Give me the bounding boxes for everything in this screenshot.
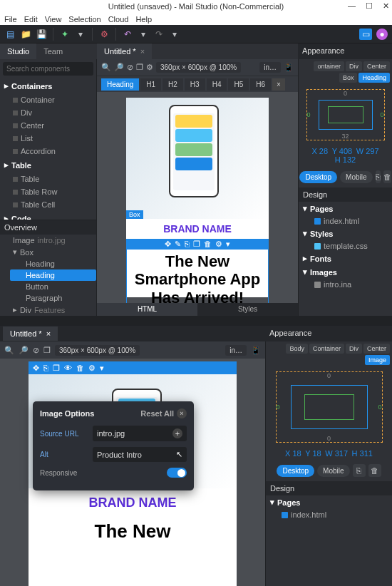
box-model[interactable]: 000 32: [299, 85, 392, 145]
tab-team[interactable]: Team: [36, 43, 70, 59]
menu-help[interactable]: Help: [135, 15, 152, 24]
open-folder-icon[interactable]: 📁: [20, 29, 31, 40]
delete-style-icon[interactable]: 🗑: [368, 464, 381, 477]
htab-h4[interactable]: H4: [207, 78, 227, 91]
tab-close-icon[interactable]: ×: [140, 47, 145, 56]
selection-toolbar[interactable]: ✥ ✎ ⎘ ❐ 🗑 ⚙ ▾: [126, 239, 269, 249]
menu-icon[interactable]: ▾: [226, 240, 230, 249]
bottom-box-model[interactable]: 0000: [266, 367, 392, 447]
bt-html[interactable]: HTML: [97, 303, 197, 316]
copy-style-icon[interactable]: ⎘: [376, 170, 381, 183]
hide-icon[interactable]: ⊘: [33, 346, 39, 355]
edit-icon[interactable]: ✎: [175, 240, 181, 249]
menu-selection[interactable]: Selection: [68, 15, 100, 24]
dropdown-icon[interactable]: ▾: [75, 29, 86, 40]
design-template[interactable]: template.css: [299, 240, 392, 252]
tree-list[interactable]: List: [0, 132, 96, 145]
brand-text[interactable]: BRAND NAME: [126, 219, 269, 239]
close-popover-icon[interactable]: ×: [177, 408, 187, 418]
add-url-icon[interactable]: +: [172, 428, 182, 438]
responsive-toggle[interactable]: [167, 468, 187, 478]
duplicate-icon[interactable]: ❐: [53, 364, 60, 373]
ov-paragraph[interactable]: Paragraph: [10, 292, 96, 304]
chip-center[interactable]: Center: [363, 344, 390, 354]
copy-icon[interactable]: ⎘: [185, 240, 190, 248]
tree-accordion[interactable]: Accordion: [0, 145, 96, 158]
chip-image[interactable]: Image: [365, 355, 390, 365]
chip-body[interactable]: Body: [286, 344, 308, 354]
ov-image[interactable]: Image intro.jpg: [10, 235, 96, 246]
design-pages[interactable]: ▾ Pages: [299, 202, 392, 215]
tree-table-row[interactable]: Table Row: [0, 185, 96, 198]
design-fonts[interactable]: ▸ Fonts: [299, 252, 392, 265]
minimize-icon[interactable]: —: [348, 1, 356, 11]
ov-heading-selected[interactable]: Heading: [10, 269, 96, 281]
ov-div[interactable]: ▸ Div Features: [10, 304, 96, 316]
design-pages[interactable]: ▾ Pages: [266, 495, 392, 509]
tree-div[interactable]: Div: [0, 106, 96, 119]
options-icon[interactable]: ⚙: [215, 240, 222, 249]
delete-icon[interactable]: 🗑: [204, 240, 212, 248]
zoom-out-icon[interactable]: 🔎: [19, 346, 29, 355]
mobile-button[interactable]: Mobile: [317, 465, 349, 477]
redo-icon[interactable]: ↷: [153, 29, 165, 40]
chip-div[interactable]: Div: [346, 344, 362, 354]
chip-box[interactable]: Box: [339, 73, 358, 83]
reset-all-button[interactable]: Reset All×: [140, 408, 187, 418]
undo-icon[interactable]: ↶: [122, 29, 133, 40]
search-box[interactable]: 🔍: [3, 62, 93, 76]
bottom-in-label[interactable]: in…: [225, 345, 247, 356]
new-file-icon[interactable]: ▤: [4, 29, 16, 40]
chip-container[interactable]: ontainer: [314, 61, 344, 71]
mobile-button[interactable]: Mobile: [340, 171, 372, 183]
tree-center[interactable]: Center: [0, 119, 96, 132]
menu-cloud[interactable]: Cloud: [108, 15, 129, 24]
bottom-heading-text[interactable]: The New: [29, 518, 237, 545]
search-input[interactable]: [6, 65, 97, 73]
design-index[interactable]: index.html: [299, 215, 392, 227]
chip-heading[interactable]: Heading: [359, 73, 390, 83]
page-preview[interactable]: Box BRAND NAME ✥ ✎ ⎘ ❐ 🗑 ⚙ ▾ The New Sma…: [126, 98, 269, 297]
ov-heading[interactable]: Heading: [10, 258, 96, 269]
delete-style-icon[interactable]: 🗑: [383, 170, 391, 183]
ov-button[interactable]: Button: [10, 281, 96, 292]
htab-h2[interactable]: H2: [163, 78, 183, 91]
design-styles[interactable]: ▾ Styles: [299, 227, 392, 240]
copy-style-icon[interactable]: ⎘: [353, 464, 366, 477]
source-url-input[interactable]: intro.jpg+: [93, 426, 187, 441]
tab-document[interactable]: Untitled *×: [97, 43, 152, 59]
tab-studio[interactable]: Studio: [0, 43, 36, 59]
bottom-selection-toolbar[interactable]: ✥ ⎘ ❐ 👁 🗑 ⚙ ▾: [29, 361, 237, 374]
alt-input[interactable]: Product Intro↖: [93, 447, 187, 462]
chip-center[interactable]: Center: [363, 61, 390, 71]
menu-view[interactable]: View: [45, 15, 62, 24]
bottom-canvas-size[interactable]: 360px × 600px @ 100%: [55, 345, 140, 356]
zoom-in-icon[interactable]: 🔍: [101, 63, 111, 72]
menu-file[interactable]: File: [4, 15, 17, 24]
tree-container[interactable]: Container: [0, 93, 96, 106]
save-icon[interactable]: 💾: [36, 29, 47, 40]
move-icon[interactable]: ✥: [33, 364, 39, 373]
delete-icon[interactable]: 🗑: [76, 364, 84, 372]
gear-icon[interactable]: ⚙: [98, 29, 110, 40]
chip-container[interactable]: Container: [309, 344, 344, 354]
wand-icon[interactable]: ✦: [59, 29, 71, 40]
layers-icon[interactable]: ❐: [136, 63, 143, 72]
desktop-button[interactable]: Desktop: [299, 171, 337, 183]
design-intro[interactable]: intro.ina: [299, 279, 392, 290]
ov-box[interactable]: ▾ Box: [10, 246, 96, 258]
heading-text[interactable]: The New Smartphone App Has Arrived!: [126, 249, 269, 303]
tree-code-header[interactable]: ▸ Code: [0, 211, 96, 220]
bottom-brand-text[interactable]: BRAND NAME: [29, 488, 237, 518]
tree-table-cell[interactable]: Table Cell: [0, 198, 96, 211]
desktop-button[interactable]: Desktop: [277, 465, 314, 477]
device-icon[interactable]: 📱: [284, 63, 294, 72]
canvas-area[interactable]: Box BRAND NAME ✥ ✎ ⎘ ❐ 🗑 ⚙ ▾ The New Sma…: [97, 92, 298, 303]
layers-icon[interactable]: ❐: [43, 346, 51, 355]
undo-menu-icon[interactable]: ▾: [138, 29, 149, 40]
htab-heading[interactable]: Heading: [101, 78, 139, 91]
menu-edit[interactable]: Edit: [24, 15, 38, 24]
copy-icon[interactable]: ⎘: [43, 364, 48, 372]
bottom-tab-close-icon[interactable]: ×: [46, 329, 51, 338]
bottom-tab-document[interactable]: Untitled *×: [3, 327, 58, 341]
